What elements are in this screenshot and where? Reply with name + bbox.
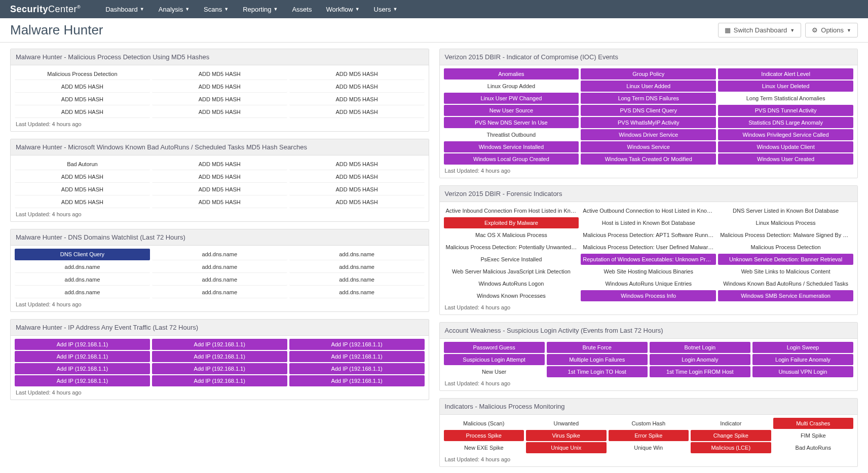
- indicator-cell[interactable]: ADD MD5 HASH: [15, 171, 150, 183]
- indicator-cell[interactable]: Process Spike: [444, 430, 524, 441]
- indicator-cell[interactable]: ADD MD5 HASH: [15, 94, 150, 105]
- indicator-cell[interactable]: Password Guess: [444, 342, 545, 353]
- indicator-cell[interactable]: Web Server Malicious JavaScript Link Det…: [444, 266, 579, 277]
- indicator-cell[interactable]: Add IP (192.168.1.1): [289, 375, 425, 386]
- indicator-cell[interactable]: ADD MD5 HASH: [152, 94, 287, 105]
- indicator-cell[interactable]: Unwanted: [526, 418, 607, 429]
- indicator-cell[interactable]: Windows Update Client: [718, 141, 853, 152]
- indicator-cell[interactable]: New EXE Spike: [444, 442, 524, 453]
- indicator-cell[interactable]: ADD MD5 HASH: [152, 196, 287, 208]
- nav-users[interactable]: Users▼: [367, 6, 405, 13]
- indicator-cell[interactable]: Anomalies: [444, 68, 579, 80]
- indicator-cell[interactable]: Bad Autorun: [15, 159, 150, 170]
- indicator-cell[interactable]: PsExec Service Installed: [444, 254, 579, 265]
- nav-reporting[interactable]: Reporting▼: [236, 6, 285, 13]
- indicator-cell[interactable]: Malicious (Scan): [444, 418, 524, 429]
- indicator-cell[interactable]: add.dns.name: [289, 261, 425, 273]
- indicator-cell[interactable]: ADD MD5 HASH: [152, 68, 287, 80]
- indicator-cell[interactable]: ADD MD5 HASH: [289, 106, 425, 118]
- indicator-cell[interactable]: ADD MD5 HASH: [15, 81, 150, 93]
- indicator-cell[interactable]: ADD MD5 HASH: [15, 106, 150, 118]
- indicator-cell[interactable]: ADD MD5 HASH: [152, 81, 287, 93]
- indicator-cell[interactable]: ADD MD5 HASH: [289, 171, 425, 183]
- indicator-cell[interactable]: Multiple Login Failures: [547, 354, 648, 365]
- indicator-cell[interactable]: Login Sweep: [752, 342, 853, 353]
- indicator-cell[interactable]: DNS Client Query: [15, 249, 150, 260]
- nav-analysis[interactable]: Analysis▼: [152, 6, 197, 13]
- indicator-cell[interactable]: Group Policy: [581, 68, 716, 80]
- indicator-cell[interactable]: Malicious Process Detection: APT1 Softwa…: [581, 229, 716, 241]
- indicator-cell[interactable]: Mac OS X Malicious Process: [444, 229, 579, 241]
- indicator-cell[interactable]: Linux Malicious Process: [718, 217, 853, 228]
- indicator-cell[interactable]: Add IP (192.168.1.1): [289, 351, 425, 362]
- indicator-cell[interactable]: Malicious Process Detection: User Define…: [581, 242, 716, 253]
- indicator-cell[interactable]: Windows Privileged Service Called: [718, 129, 853, 140]
- indicator-cell[interactable]: Login Anomaly: [650, 354, 750, 365]
- indicator-cell[interactable]: Change Spike: [691, 430, 771, 441]
- indicator-cell[interactable]: Long Term DNS Failures: [581, 93, 716, 104]
- indicator-cell[interactable]: DNS Server Listed in Known Bot Database: [718, 205, 853, 216]
- indicator-cell[interactable]: Unusual VPN Login: [752, 366, 853, 377]
- indicator-cell[interactable]: Add IP (192.168.1.1): [15, 363, 150, 374]
- indicator-cell[interactable]: Active Outbound Connection to Host Liste…: [581, 205, 716, 216]
- indicator-cell[interactable]: ADD MD5 HASH: [289, 81, 425, 93]
- indicator-cell[interactable]: Indicator: [691, 418, 771, 429]
- indicator-cell[interactable]: add.dns.name: [15, 261, 150, 273]
- options-button[interactable]: Options▼: [805, 23, 858, 37]
- indicator-cell[interactable]: add.dns.name: [152, 249, 287, 260]
- indicator-cell[interactable]: Windows User Created: [718, 153, 853, 165]
- indicator-cell[interactable]: Web Site Links to Malicious Content: [718, 266, 853, 277]
- indicator-cell[interactable]: ADD MD5 HASH: [152, 159, 287, 170]
- indicator-cell[interactable]: add.dns.name: [289, 287, 425, 298]
- indicator-cell[interactable]: Custom Hash: [609, 418, 689, 429]
- indicator-cell[interactable]: Indicator Alert Level: [718, 68, 853, 80]
- indicator-cell[interactable]: ADD MD5 HASH: [152, 106, 287, 118]
- indicator-cell[interactable]: Error Spike: [609, 430, 689, 441]
- indicator-cell[interactable]: Linux User PW Changed: [444, 93, 579, 104]
- indicator-cell[interactable]: Windows Known Processes: [444, 290, 579, 301]
- indicator-cell[interactable]: add.dns.name: [289, 274, 425, 286]
- indicator-cell[interactable]: Threatlist Outbound: [444, 129, 579, 140]
- indicator-cell[interactable]: ADD MD5 HASH: [152, 184, 287, 195]
- nav-assets[interactable]: Assets: [285, 6, 319, 13]
- indicator-cell[interactable]: Web Site Hosting Malicious Binaries: [581, 266, 716, 277]
- indicator-cell[interactable]: ADD MD5 HASH: [289, 94, 425, 105]
- indicator-cell[interactable]: PVS DNS Tunnel Activity: [718, 105, 853, 116]
- indicator-cell[interactable]: Bad AutoRuns: [773, 442, 854, 453]
- indicator-cell[interactable]: Malicious Process Detection: [718, 242, 853, 253]
- indicator-cell[interactable]: ADD MD5 HASH: [289, 68, 425, 80]
- indicator-cell[interactable]: Statistics DNS Large Anomaly: [718, 117, 853, 128]
- indicator-cell[interactable]: Add IP (192.168.1.1): [152, 339, 287, 350]
- indicator-cell[interactable]: ADD MD5 HASH: [15, 196, 150, 208]
- indicator-cell[interactable]: Brute Force: [547, 342, 648, 353]
- indicator-cell[interactable]: Login Failure Anomaly: [752, 354, 853, 365]
- indicator-cell[interactable]: PVS WhatIsMyIP Activity: [581, 117, 716, 128]
- indicator-cell[interactable]: FIM Spike: [773, 430, 854, 441]
- indicator-cell[interactable]: ADD MD5 HASH: [289, 196, 425, 208]
- indicator-cell[interactable]: Windows Process Info: [581, 290, 716, 301]
- indicator-cell[interactable]: ADD MD5 HASH: [15, 184, 150, 195]
- indicator-cell[interactable]: add.dns.name: [152, 287, 287, 298]
- indicator-cell[interactable]: Suspicious Login Attempt: [444, 354, 545, 365]
- nav-scans[interactable]: Scans▼: [197, 6, 236, 13]
- indicator-cell[interactable]: Linux User Added: [581, 81, 716, 92]
- indicator-cell[interactable]: Add IP (192.168.1.1): [152, 375, 287, 386]
- indicator-cell[interactable]: Windows Known Bad AutoRuns / Scheduled T…: [718, 278, 853, 289]
- indicator-cell[interactable]: Malicious Process Detection: [15, 68, 150, 80]
- indicator-cell[interactable]: Unknown Service Detection: Banner Retrie…: [718, 254, 853, 265]
- indicator-cell[interactable]: add.dns.name: [15, 287, 150, 298]
- indicator-cell[interactable]: Linux User Deleted: [718, 81, 853, 92]
- indicator-cell[interactable]: Unique Unix: [526, 442, 607, 453]
- indicator-cell[interactable]: Windows Service: [581, 141, 716, 152]
- indicator-cell[interactable]: New User Source: [444, 105, 579, 116]
- indicator-cell[interactable]: PVS DNS Client Query: [581, 105, 716, 116]
- indicator-cell[interactable]: New User: [444, 366, 545, 377]
- indicator-cell[interactable]: Windows Local Group Created: [444, 153, 579, 165]
- indicator-cell[interactable]: Exploited By Malware: [444, 217, 579, 228]
- indicator-cell[interactable]: PVS New DNS Server In Use: [444, 117, 579, 128]
- indicator-cell[interactable]: Windows AutoRuns Logon: [444, 278, 579, 289]
- indicator-cell[interactable]: 1st Time Login FROM Host: [650, 366, 750, 377]
- indicator-cell[interactable]: add.dns.name: [152, 261, 287, 273]
- indicator-cell[interactable]: Linux Group Added: [444, 81, 579, 92]
- indicator-cell[interactable]: ADD MD5 HASH: [289, 159, 425, 170]
